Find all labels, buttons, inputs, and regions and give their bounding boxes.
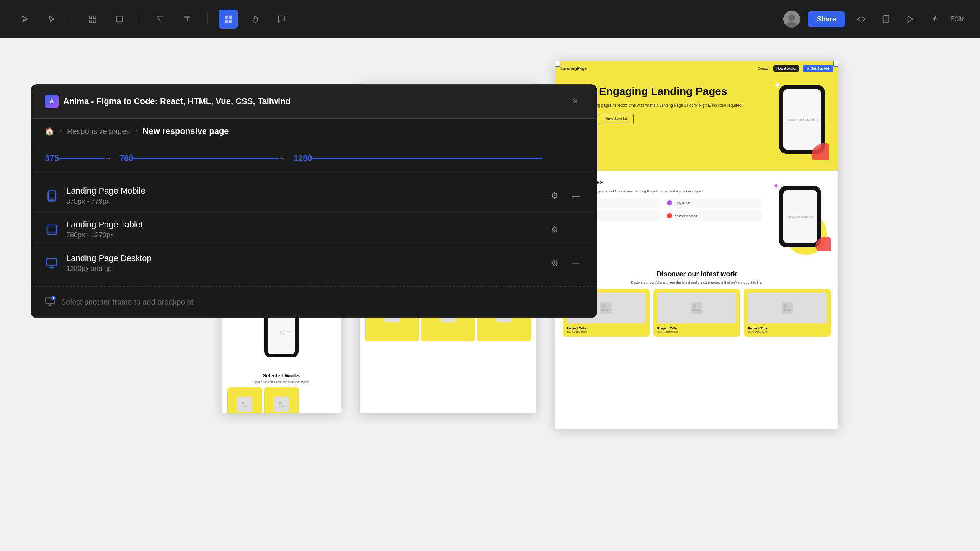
selected-works-title-mobile: Selected Works	[227, 373, 335, 378]
svg-point-31	[693, 304, 696, 308]
svg-rect-6	[229, 16, 232, 19]
svg-rect-16	[278, 401, 285, 408]
bp-tablet-actions: ⚙ —	[548, 223, 583, 236]
project-desc-3: Short Description	[748, 330, 827, 333]
svg-rect-30	[691, 302, 702, 314]
bp-desktop-name: Landing Page Desktop	[66, 253, 152, 263]
breakpoints-list: Landing Page Mobile 375px - 779px ⚙ —	[31, 173, 597, 286]
bp-780-label: 780	[119, 153, 134, 163]
svg-point-33	[783, 304, 787, 308]
modal-panel: A Anima - Figma to Code: React, HTML, Vu…	[31, 84, 597, 318]
svg-rect-7	[225, 20, 228, 23]
bp-line-2	[133, 158, 279, 159]
svg-rect-5	[225, 16, 228, 19]
bp-desktop-info: Landing Page Desktop 1280px and up	[66, 253, 152, 273]
svg-rect-32	[782, 302, 793, 314]
comment-tool[interactable]	[272, 10, 291, 29]
hand-tool[interactable]	[245, 10, 265, 29]
project-title-3: Project Title	[748, 326, 827, 330]
feature-easy-desktop: Easy to edit	[664, 198, 762, 208]
nav-how-desktop[interactable]: How it works	[773, 65, 799, 72]
toolbar: Share 50%	[0, 0, 980, 38]
bp-1280-label: 1280	[293, 153, 312, 163]
desktop-handle-tl[interactable]	[555, 61, 560, 67]
svg-marker-11	[908, 16, 913, 23]
move-tool[interactable]	[42, 10, 61, 29]
modal-title-area: A Anima - Figma to Code: React, HTML, Vu…	[45, 95, 291, 108]
project-card-2: Project Title Short Description	[653, 289, 740, 337]
text-tool[interactable]	[178, 10, 197, 29]
selected-works-sub-mobile: Explore our portfolio and see the latest…	[227, 381, 335, 383]
project-title-1: Project Title	[567, 326, 646, 330]
upload-text-mobile-2: Upload your image here	[269, 330, 294, 335]
svg-rect-1	[93, 16, 96, 18]
project-desc-1: Short Description	[567, 330, 646, 333]
toolbar-left	[15, 10, 291, 29]
svg-rect-8	[229, 20, 232, 23]
breadcrumb-responsive-pages[interactable]: Responsive pages	[67, 127, 130, 136]
breadcrumb-home-icon[interactable]: 🏠	[45, 127, 54, 136]
project-desc-2: Short Description	[657, 330, 737, 333]
svg-point-10	[786, 22, 797, 28]
bp-mobile-remove[interactable]: —	[569, 189, 583, 203]
frame-tool[interactable]	[83, 10, 102, 29]
avatar[interactable]	[783, 11, 800, 28]
svg-point-29	[602, 304, 606, 308]
breadcrumb-sep-1: /	[60, 127, 62, 135]
svg-rect-36	[47, 225, 56, 234]
bp-mobile-name: Landing Page Mobile	[66, 186, 145, 196]
nav-contact-desktop[interactable]: Contact	[758, 67, 769, 70]
select-tool[interactable]	[15, 10, 34, 29]
hero-secondary-desktop[interactable]: How it works	[599, 114, 634, 124]
anima-logo: A	[45, 95, 59, 108]
component-tool[interactable]	[219, 10, 238, 29]
svg-point-27	[813, 234, 831, 251]
code-icon[interactable]	[853, 11, 870, 28]
bp-tablet-remove[interactable]: —	[569, 223, 583, 236]
svg-rect-0	[90, 16, 92, 18]
svg-rect-4	[117, 16, 122, 22]
breakpoint-desktop-row: Landing Page Desktop 1280px and up ⚙ —	[31, 246, 597, 280]
svg-rect-28	[600, 302, 612, 314]
canvas: LandingPage Get Started → Upload your im…	[0, 38, 980, 551]
share-button[interactable]: Share	[808, 11, 845, 27]
svg-rect-3	[93, 20, 96, 22]
bp-line-1	[59, 158, 105, 159]
breadcrumb-current-page: New responsive page	[143, 126, 229, 136]
bp-tablet-info: Landing Page Tablet 780px - 1279px	[66, 220, 143, 239]
bp-desktop-remove[interactable]: —	[569, 256, 583, 270]
bp-mobile-left: Landing Page Mobile 375px - 779px	[45, 186, 145, 205]
bp-desktop-icon	[45, 256, 59, 270]
bp-tablet-settings[interactable]: ⚙	[548, 223, 562, 236]
bp-desktop-left: Landing Page Desktop 1280px and up	[45, 253, 152, 273]
pen-tool[interactable]	[151, 10, 170, 29]
svg-rect-37	[47, 259, 57, 266]
bp-mobile-icon	[45, 189, 59, 203]
work-card-1-mobile	[227, 387, 262, 413]
add-breakpoint-row[interactable]: Select another frame to add breakpoint	[31, 286, 597, 318]
desktop-handle-tr[interactable]	[833, 61, 838, 67]
bp-375-label: 375	[45, 153, 59, 163]
lp-logo-desktop: LandingPage	[560, 66, 587, 71]
shape-tool[interactable]	[110, 10, 129, 29]
book-icon[interactable]	[877, 11, 894, 28]
svg-point-17	[279, 402, 281, 404]
get-started-desktop[interactable]: ★ Get Started	[803, 65, 833, 72]
bp-mobile-actions: ⚙ —	[548, 189, 583, 203]
modal-header: A Anima - Figma to Code: React, HTML, Vu…	[31, 85, 597, 119]
accessibility-icon[interactable]	[926, 11, 943, 28]
svg-rect-14	[241, 401, 248, 408]
zoom-level[interactable]: 50%	[951, 15, 965, 23]
bp-arrow-2: →	[279, 155, 286, 163]
bp-desktop-actions: ⚙ —	[548, 256, 583, 270]
svg-point-15	[242, 402, 244, 404]
play-icon[interactable]	[902, 11, 919, 28]
bp-desktop-settings[interactable]: ⚙	[548, 256, 562, 270]
bp-mobile-settings[interactable]: ⚙	[548, 189, 562, 203]
breakpoint-ruler: 375 → 780 → 1280	[31, 144, 597, 173]
add-breakpoint-label: Select another frame to add breakpoint	[61, 298, 193, 306]
modal-close-button[interactable]: ×	[568, 94, 583, 109]
works-title-desktop: Discover our latest work	[563, 270, 831, 278]
bp-mobile-info: Landing Page Mobile 375px - 779px	[66, 186, 145, 205]
project-card-3: Project Title Short Description	[744, 289, 831, 337]
